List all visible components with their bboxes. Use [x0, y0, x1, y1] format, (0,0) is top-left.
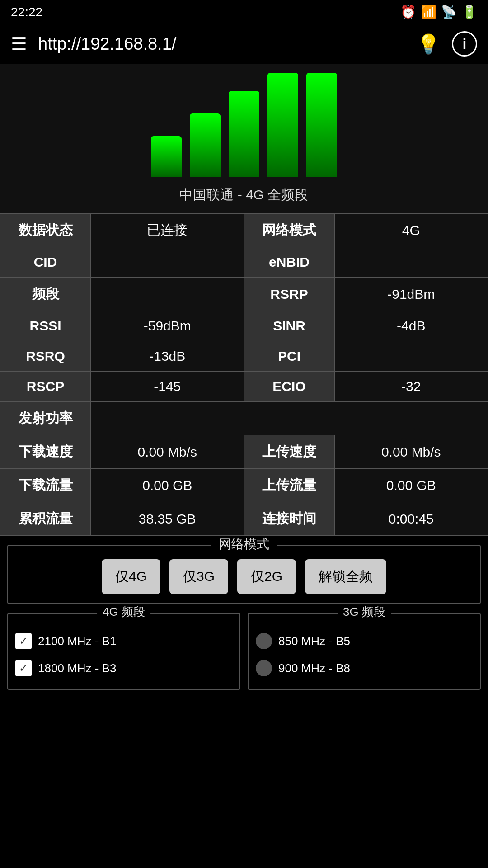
label-conn-time: 连接时间 [244, 502, 334, 536]
bands-4g-box: 4G 频段 ✓ 2100 MHz - B1 ✓ 1800 MHz - B3 [7, 613, 240, 690]
top-bar: ☰ http://192.168.8.1/ 💡 i [0, 24, 488, 64]
band-3g-item-1[interactable]: 850 MHz - B5 [256, 627, 473, 655]
signal-label: 中国联通 - 4G 全频段 [179, 186, 308, 204]
label-tx-power: 发射功率 [0, 402, 91, 435]
label-dl-traffic: 下载流量 [0, 469, 91, 502]
value-network-mode: 4G [334, 214, 488, 247]
signal-chart [142, 73, 346, 177]
label-sinr: SINR [244, 311, 334, 341]
value-rscp: -145 [91, 372, 244, 402]
btn-unlock-all[interactable]: 解锁全频 [305, 559, 386, 594]
value-enbid [334, 247, 488, 278]
table-row: RSSI -59dBm SINR -4dB [0, 311, 488, 341]
value-data-status: 已连接 [91, 214, 244, 247]
checkbox-b3[interactable]: ✓ [15, 660, 32, 676]
label-dl-speed: 下载速度 [0, 435, 91, 469]
label-rscp: RSCP [0, 372, 91, 402]
radio-b8[interactable] [256, 660, 272, 676]
bands-3g-title: 3G 频段 [338, 604, 391, 620]
radio-b5[interactable] [256, 633, 272, 649]
value-cid [91, 247, 244, 278]
signal-bar-3 [229, 73, 259, 177]
label-rssi: RSSI [0, 311, 91, 341]
signal-bar-1 [151, 73, 182, 177]
wifi-icon: 📡 [441, 5, 457, 19]
table-row: 下载速度 0.00 Mb/s 上传速度 0.00 Mb/s [0, 435, 488, 469]
label-ecio: ECIO [244, 372, 334, 402]
table-row: 发射功率 [0, 402, 488, 435]
alarm-icon: ⏰ [400, 5, 416, 19]
band-3g-label-1: 850 MHz - B5 [278, 634, 350, 648]
btn-4g-only[interactable]: 仅4G [102, 559, 160, 594]
signal-bar-5 [306, 73, 337, 177]
signal-bar-4 [267, 73, 298, 177]
value-conn-time: 0:00:45 [334, 502, 488, 536]
value-rssi: -59dBm [91, 311, 244, 341]
value-total-traffic: 38.35 GB [91, 502, 244, 536]
band-4g-label-2: 1800 MHz - B3 [38, 661, 116, 675]
band-4g-label-1: 2100 MHz - B1 [38, 634, 116, 648]
signal-bar-2 [190, 73, 221, 177]
label-enbid: eNBID [244, 247, 334, 278]
table-row: 频段 RSRP -91dBm [0, 278, 488, 311]
network-mode-title: 网络模式 [211, 536, 277, 553]
value-sinr: -4dB [334, 311, 488, 341]
label-rsrp: RSRP [244, 278, 334, 311]
label-rsrq: RSRQ [0, 341, 91, 372]
bulb-icon[interactable]: 💡 [416, 31, 441, 57]
value-tx-power [91, 402, 488, 435]
label-cid: CID [0, 247, 91, 278]
data-table: 数据状态 已连接 网络模式 4G CID eNBID 频段 RSRP -91dB… [0, 213, 488, 536]
info-icon[interactable]: i [452, 31, 477, 57]
btn-2g-only[interactable]: 仅2G [237, 559, 296, 594]
value-pci [334, 341, 488, 372]
bands-3g-box: 3G 频段 850 MHz - B5 900 MHz - B8 [248, 613, 481, 690]
signal-area: 中国联通 - 4G 全频段 [0, 64, 488, 213]
table-row: 下载流量 0.00 GB 上传流量 0.00 GB [0, 469, 488, 502]
label-data-status: 数据状态 [0, 214, 91, 247]
battery-icon: 🔋 [461, 5, 477, 19]
table-row: RSCP -145 ECIO -32 [0, 372, 488, 402]
url-display: http://192.168.8.1/ [38, 34, 405, 54]
band-3g-label-2: 900 MHz - B8 [278, 661, 350, 675]
menu-icon[interactable]: ☰ [11, 33, 27, 54]
table-row: RSRQ -13dB PCI [0, 341, 488, 372]
band-4g-item-2[interactable]: ✓ 1800 MHz - B3 [15, 655, 232, 682]
label-freq: 频段 [0, 278, 91, 311]
table-row: 数据状态 已连接 网络模式 4G [0, 214, 488, 247]
band-3g-item-2[interactable]: 900 MHz - B8 [256, 655, 473, 682]
label-total-traffic: 累积流量 [0, 502, 91, 536]
band-4g-item-1[interactable]: ✓ 2100 MHz - B1 [15, 627, 232, 655]
freq-sections: 4G 频段 ✓ 2100 MHz - B1 ✓ 1800 MHz - B3 3G… [7, 613, 481, 690]
table-row: CID eNBID [0, 247, 488, 278]
status-icons: ⏰ 📶 📡 🔋 [400, 5, 477, 19]
btn-3g-only[interactable]: 仅3G [169, 559, 228, 594]
signal-icon: 📶 [421, 5, 436, 19]
network-mode-section: 网络模式 仅4G 仅3G 仅2G 解锁全频 [7, 545, 481, 604]
value-rsrp: -91dBm [334, 278, 488, 311]
value-ul-speed: 0.00 Mb/s [334, 435, 488, 469]
mode-buttons-group: 仅4G 仅3G 仅2G 解锁全频 [15, 559, 473, 594]
label-ul-speed: 上传速度 [244, 435, 334, 469]
status-time: 22:22 [11, 5, 42, 19]
value-freq [91, 278, 244, 311]
label-pci: PCI [244, 341, 334, 372]
bands-4g-title: 4G 频段 [97, 604, 150, 620]
value-rsrq: -13dB [91, 341, 244, 372]
table-row: 累积流量 38.35 GB 连接时间 0:00:45 [0, 502, 488, 536]
status-bar: 22:22 ⏰ 📶 📡 🔋 [0, 0, 488, 24]
value-dl-traffic: 0.00 GB [91, 469, 244, 502]
value-ul-traffic: 0.00 GB [334, 469, 488, 502]
label-network-mode: 网络模式 [244, 214, 334, 247]
checkbox-b1[interactable]: ✓ [15, 633, 32, 649]
label-ul-traffic: 上传流量 [244, 469, 334, 502]
value-dl-speed: 0.00 Mb/s [91, 435, 244, 469]
value-ecio: -32 [334, 372, 488, 402]
